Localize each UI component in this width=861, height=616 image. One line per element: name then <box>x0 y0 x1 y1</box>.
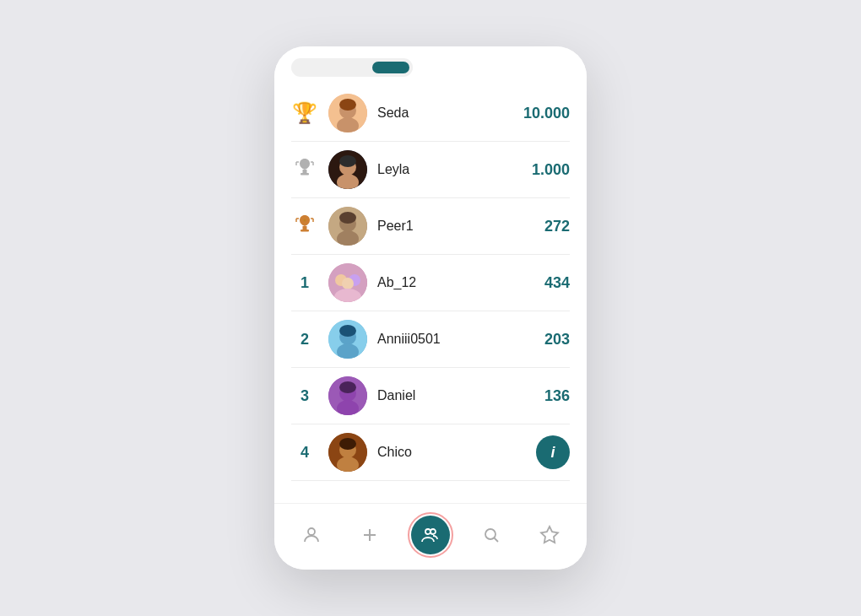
user-name: Ab_12 <box>377 275 509 290</box>
tab-monat[interactable] <box>333 62 371 73</box>
svg-point-47 <box>485 529 495 539</box>
nav-item-profile[interactable] <box>293 516 330 554</box>
leaderboard-list: 🏆 Seda10.000 Leyla1.000 <box>274 85 587 503</box>
user-score: 1.000 <box>519 161 570 179</box>
nav-item-search[interactable] <box>473 516 510 554</box>
svg-point-37 <box>339 381 356 393</box>
user-avatar <box>328 376 367 415</box>
svg-point-3 <box>339 99 356 111</box>
nav-item-group[interactable] <box>409 514 452 556</box>
rank-cell: 1 <box>291 274 318 292</box>
leaderboard-row[interactable]: Peer1272 <box>291 198 570 255</box>
rank-cell: 2 <box>291 331 318 349</box>
bottom-nav <box>274 503 587 570</box>
nav-item-add[interactable] <box>351 516 388 554</box>
rank-number: 4 <box>301 444 309 461</box>
user-score: 272 <box>519 218 570 235</box>
user-avatar <box>328 433 367 472</box>
svg-marker-49 <box>541 527 558 543</box>
rank-number: 2 <box>301 331 309 348</box>
active-nav-ring <box>408 512 453 558</box>
silver-trophy-icon <box>291 157 318 183</box>
user-score: 434 <box>519 274 570 292</box>
svg-rect-15 <box>301 230 309 232</box>
leaderboard-row[interactable]: 2 Anniii0501203 <box>291 311 570 368</box>
user-avatar <box>328 94 367 132</box>
rank-cell <box>291 157 318 183</box>
svg-point-28 <box>342 278 354 289</box>
user-avatar <box>328 150 367 189</box>
user-score: 10.000 <box>519 105 570 122</box>
rank-number: 3 <box>301 387 309 404</box>
user-name: Leyla <box>377 162 509 177</box>
tab-jahr[interactable] <box>295 62 332 73</box>
user-name: Daniel <box>377 388 509 403</box>
svg-rect-4 <box>303 170 307 173</box>
leaderboard-row[interactable]: 3 Daniel136 <box>291 368 570 424</box>
user-avatar <box>328 207 367 246</box>
user-avatar <box>328 263 367 302</box>
user-name: Peer1 <box>377 219 509 234</box>
leaderboard-row[interactable]: 1 Ab_12434 <box>291 255 570 311</box>
gold-trophy-icon: 🏆 <box>291 101 318 125</box>
tab-bar <box>274 46 587 85</box>
user-score: 136 <box>519 387 570 405</box>
phone-frame: 🏆 Seda10.000 Leyla1.000 <box>274 46 587 570</box>
tab-pill <box>291 58 413 77</box>
svg-point-20 <box>304 219 306 221</box>
tab-woche[interactable] <box>372 62 409 73</box>
rank-cell <box>291 213 318 240</box>
leaderboard-row[interactable]: 4 Chicoi <box>291 424 570 481</box>
rank-number: 1 <box>301 274 309 291</box>
svg-rect-5 <box>301 173 309 176</box>
user-name: Seda <box>377 105 509 121</box>
user-name: Chico <box>377 445 526 460</box>
rank-cell: 🏆 <box>291 101 318 125</box>
svg-point-33 <box>339 325 356 337</box>
svg-point-13 <box>339 155 356 167</box>
user-score: 203 <box>519 331 570 349</box>
svg-point-41 <box>339 438 356 450</box>
rank-cell: 3 <box>291 387 318 405</box>
svg-line-48 <box>494 538 498 543</box>
rank-cell: 4 <box>291 444 318 462</box>
leaderboard-row[interactable]: 🏆 Seda10.000 <box>291 85 570 142</box>
svg-point-42 <box>308 528 315 535</box>
bronze-trophy-icon <box>291 213 318 240</box>
info-button[interactable]: i <box>536 435 570 469</box>
nav-item-star[interactable] <box>531 516 568 554</box>
user-avatar <box>328 320 367 359</box>
leaderboard-row[interactable]: Leyla1.000 <box>291 142 570 198</box>
user-name: Anniii0501 <box>377 332 509 347</box>
svg-point-24 <box>339 212 356 224</box>
svg-rect-14 <box>303 226 307 230</box>
